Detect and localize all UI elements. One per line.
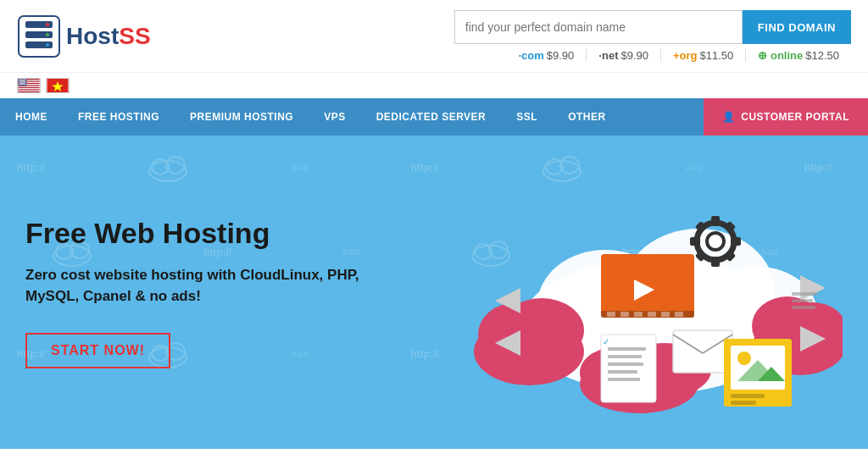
svg-point-4 <box>46 33 49 36</box>
svg-rect-82 <box>620 312 629 317</box>
svg-point-30 <box>21 83 22 84</box>
svg-rect-100 <box>608 363 643 366</box>
svg-rect-99 <box>608 355 642 358</box>
domain-search-input[interactable] <box>454 10 743 44</box>
user-icon: 👤 <box>722 111 736 123</box>
svg-text:✓: ✓ <box>603 337 609 346</box>
logo-text: HostSS <box>66 23 151 50</box>
svg-point-22 <box>23 80 24 81</box>
svg-point-27 <box>24 81 25 82</box>
flags-row <box>0 73 868 98</box>
domain-price-online: ⊕ online $12.50 <box>746 49 851 62</box>
flag-us[interactable] <box>17 78 41 93</box>
svg-point-15 <box>19 79 19 80</box>
nav-home[interactable]: HOME <box>0 98 63 136</box>
svg-rect-90 <box>711 257 720 267</box>
tld-online: ⊕ online <box>758 49 803 62</box>
svg-point-18 <box>24 79 25 80</box>
svg-point-88 <box>707 233 724 250</box>
svg-point-42 <box>166 157 185 174</box>
svg-point-23 <box>24 80 25 81</box>
tld-org: +org <box>673 49 698 62</box>
svg-rect-89 <box>711 216 720 226</box>
domain-price-com: ·com $9.90 <box>506 49 587 62</box>
watermark-http-2: http:// <box>410 162 438 174</box>
nav-vps[interactable]: VPS <box>309 98 361 136</box>
cloud-svg: ✓ <box>470 157 843 428</box>
svg-rect-81 <box>607 312 615 317</box>
navbar: HOME FREE HOSTING PREMIUM HOSTING VPS DE… <box>0 98 868 136</box>
hero-illustration: ✓ <box>470 157 843 428</box>
nav-free-hosting[interactable]: FREE HOSTING <box>63 98 175 136</box>
svg-point-17 <box>22 79 23 80</box>
svg-rect-84 <box>648 312 656 317</box>
svg-point-25 <box>20 81 21 82</box>
nav-premium-hosting[interactable]: PREMIUM HOSTING <box>175 98 309 136</box>
start-now-button[interactable]: START NOW! <box>25 333 170 368</box>
svg-point-32 <box>24 83 25 84</box>
domain-search-row: FIND DOMAIN <box>454 10 851 44</box>
svg-rect-92 <box>690 237 700 246</box>
svg-rect-11 <box>19 86 40 87</box>
svg-point-36 <box>24 84 25 85</box>
svg-point-6 <box>46 43 49 47</box>
svg-point-35 <box>22 84 23 85</box>
watermark-cloud-1 <box>147 152 189 182</box>
svg-rect-110 <box>731 394 765 398</box>
price-net: $9.90 <box>620 49 648 62</box>
svg-rect-113 <box>792 299 813 302</box>
price-com: $9.90 <box>547 49 575 62</box>
svg-rect-91 <box>731 237 741 246</box>
watermark-lines-1: ≡≡≡ <box>291 162 309 174</box>
nav-ssl[interactable]: SSL <box>501 98 553 136</box>
logo[interactable]: HostSS <box>17 14 151 58</box>
flag-vn[interactable] <box>46 78 70 93</box>
svg-point-21 <box>21 80 22 81</box>
domain-price-org: +org $11.50 <box>661 49 746 62</box>
svg-point-28 <box>25 81 25 82</box>
svg-point-29 <box>19 83 20 84</box>
svg-rect-83 <box>634 312 643 317</box>
price-online: $12.50 <box>805 49 839 62</box>
svg-rect-104 <box>673 330 732 373</box>
svg-rect-86 <box>675 312 683 317</box>
svg-point-24 <box>19 81 19 82</box>
svg-point-19 <box>25 79 25 80</box>
customer-portal-button[interactable]: 👤 CUSTOMER PORTAL <box>704 98 868 136</box>
svg-point-37 <box>25 84 25 85</box>
logo-host-text: Host <box>66 23 119 49</box>
nav-dedicated-server[interactable]: DEDICATED SERVER <box>361 98 502 136</box>
hero-subtitle: Zero cost website hosting with CloudLinu… <box>25 264 398 307</box>
svg-point-2 <box>46 23 49 26</box>
hero-title: Free Web Hosting <box>25 216 398 251</box>
hero-content: Free Web Hosting Zero cost website hosti… <box>0 182 424 402</box>
svg-rect-112 <box>792 292 817 296</box>
svg-point-40 <box>149 161 186 181</box>
price-org: $11.50 <box>700 49 734 62</box>
svg-rect-102 <box>608 378 640 381</box>
nav-items: HOME FREE HOSTING PREMIUM HOSTING VPS DE… <box>0 98 704 136</box>
svg-point-109 <box>737 351 751 365</box>
nav-other[interactable]: OTHER <box>553 98 621 136</box>
tld-net: ·net <box>598 49 618 62</box>
svg-rect-12 <box>19 88 40 89</box>
watermark-http-1: http:// <box>17 162 45 174</box>
svg-rect-111 <box>731 401 756 405</box>
domain-prices: ·com $9.90 ·net $9.90 +org $11.50 ⊕ onli… <box>506 49 851 62</box>
svg-point-33 <box>19 84 19 85</box>
svg-rect-85 <box>661 312 670 317</box>
svg-rect-98 <box>608 347 646 351</box>
svg-rect-101 <box>608 370 637 374</box>
domain-price-net: ·net $9.90 <box>587 49 661 62</box>
svg-point-26 <box>22 81 23 82</box>
domain-search-area: FIND DOMAIN ·com $9.90 ·net $9.90 +org $… <box>454 10 851 62</box>
header: HostSS FIND DOMAIN ·com $9.90 ·net $9.90… <box>0 0 868 73</box>
svg-rect-13 <box>19 91 40 91</box>
hero-section: http:// ≡≡≡ http:// ≡≡≡ http:// http:// … <box>0 136 868 449</box>
customer-portal-label: CUSTOMER PORTAL <box>741 111 849 123</box>
svg-point-20 <box>19 80 20 81</box>
find-domain-button[interactable]: FIND DOMAIN <box>743 10 851 44</box>
svg-point-16 <box>20 79 21 80</box>
logo-ss-text: SS <box>119 23 150 49</box>
svg-point-34 <box>20 84 21 85</box>
